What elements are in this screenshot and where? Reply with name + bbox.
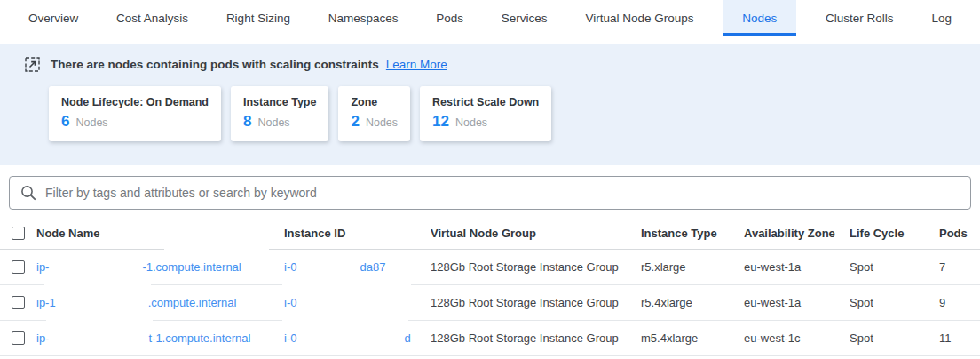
instance-id-link[interactable]: i-0 [284, 296, 403, 309]
redaction-patch [164, 246, 269, 253]
banner-message: There are nodes containing pods with sca… [51, 58, 379, 71]
row-checkbox[interactable] [12, 260, 25, 274]
tab-virtual-node-groups[interactable]: Virtual Node Groups [576, 0, 702, 36]
redacted-text [49, 333, 148, 342]
table-header-row: Node Name Instance ID Virtual Node Group… [0, 218, 980, 250]
card-node-lifecycle-on-demand[interactable]: Node Lifecycle: On Demand 6 Nodes [49, 86, 221, 141]
life-cycle-cell: Spot [850, 331, 928, 345]
row-checkbox[interactable] [12, 296, 25, 309]
table-row: ip-t-1.compute.internal i-0d 128Gb Root … [0, 321, 980, 356]
learn-more-link[interactable]: Learn More [386, 58, 447, 71]
card-title: Node Lifecycle: On Demand [61, 96, 209, 108]
instance-type-cell: r5.4xlarge [641, 296, 744, 309]
life-cycle-cell: Spot [850, 296, 928, 309]
tab-cost-analysis[interactable]: Cost Analysis [107, 0, 197, 36]
search-icon [20, 185, 36, 201]
redacted-text [49, 262, 142, 271]
tab-log[interactable]: Log [922, 0, 960, 36]
card-unit: Nodes [366, 116, 398, 129]
nodes-table: Node Name Instance ID Virtual Node Group… [0, 218, 980, 356]
card-restrict-scale-down[interactable]: Restrict Scale Down 12 Nodes [420, 86, 551, 141]
card-zone[interactable]: Zone 2 Nodes [338, 86, 410, 141]
scaling-constraint-icon [25, 57, 40, 72]
card-count: 2 [351, 113, 359, 131]
redacted-text [296, 262, 360, 271]
redacted-text [296, 298, 403, 307]
instance-id-link[interactable]: i-0da87 [284, 260, 385, 274]
tab-bar: Overview Cost Analysis Right Sizing Name… [0, 0, 980, 36]
tab-nodes[interactable]: Nodes [723, 0, 796, 36]
scaling-constraints-banner: There are nodes containing pods with sca… [0, 44, 980, 165]
virtual-node-group-cell: 128Gb Root Storage Instance Group [431, 260, 641, 274]
tab-right-sizing[interactable]: Right Sizing [217, 0, 299, 36]
card-unit: Nodes [257, 116, 289, 129]
card-count: 6 [61, 113, 69, 131]
card-unit: Nodes [75, 116, 107, 129]
instance-type-cell: m5.4xlarge [641, 331, 744, 345]
row-checkbox[interactable] [12, 331, 25, 345]
instance-id-link[interactable]: i-0d [284, 331, 411, 345]
select-all-checkbox[interactable] [12, 227, 25, 240]
instance-type-cell: r5.xlarge [641, 260, 744, 274]
table-row: ip--1.compute.internal i-0da87 128Gb Roo… [0, 250, 980, 285]
column-header-virtual-node-group[interactable]: Virtual Node Group [431, 227, 641, 240]
card-title: Zone [351, 96, 398, 108]
pods-cell: 9 [928, 296, 980, 309]
column-header-instance-id[interactable]: Instance ID [284, 227, 431, 240]
card-title: Instance Type [243, 96, 316, 108]
column-header-node-name[interactable]: Node Name [36, 227, 284, 240]
redaction-patch [282, 282, 411, 289]
column-header-pods[interactable]: Pods [928, 227, 980, 240]
availability-zone-cell: eu-west-1a [744, 296, 850, 309]
availability-zone-cell: eu-west-1a [744, 260, 850, 274]
card-unit: Nodes [455, 116, 487, 129]
pods-cell: 11 [928, 331, 980, 345]
node-name-link[interactable]: ip-t-1.compute.internal [36, 331, 250, 345]
redaction-patch [282, 317, 408, 324]
column-header-availability-zone[interactable]: Availability Zone [744, 227, 850, 240]
card-instance-type[interactable]: Instance Type 8 Nodes [231, 86, 328, 141]
card-count: 8 [243, 113, 251, 131]
search-input[interactable] [45, 186, 960, 200]
availability-zone-cell: eu-west-1c [744, 331, 850, 345]
filter-search-bar [9, 176, 971, 210]
pods-cell: 7 [928, 260, 980, 274]
tab-pods[interactable]: Pods [427, 0, 472, 36]
redacted-text [56, 298, 148, 307]
redaction-patch [46, 317, 153, 324]
virtual-node-group-cell: 128Gb Root Storage Instance Group [431, 296, 641, 309]
virtual-node-group-cell: 128Gb Root Storage Instance Group [431, 331, 641, 345]
tab-overview[interactable]: Overview [20, 0, 87, 36]
tab-namespaces[interactable]: Namespaces [320, 0, 407, 36]
redaction-patch [44, 282, 151, 289]
node-name-link[interactable]: ip--1.compute.internal [36, 260, 241, 274]
life-cycle-cell: Spot [850, 260, 928, 274]
card-count: 12 [432, 113, 449, 131]
tab-services[interactable]: Services [493, 0, 557, 36]
table-row: ip-1.compute.internal i-0 128Gb Root Sto… [0, 285, 980, 321]
node-name-link[interactable]: ip-1.compute.internal [36, 296, 236, 309]
redacted-text [296, 333, 404, 342]
column-header-life-cycle[interactable]: Life Cycle [850, 227, 928, 240]
card-title: Restrict Scale Down [432, 96, 539, 108]
column-header-instance-type[interactable]: Instance Type [641, 227, 744, 240]
tab-cluster-rolls[interactable]: Cluster Rolls [817, 0, 903, 36]
constraint-summary-cards: Node Lifecycle: On Demand 6 Nodes Instan… [49, 86, 980, 141]
